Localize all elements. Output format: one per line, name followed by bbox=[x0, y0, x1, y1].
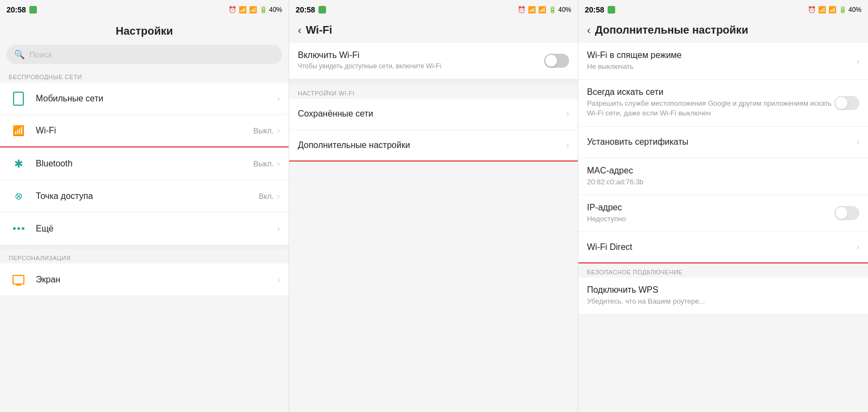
alarm-icon: ⏰ bbox=[228, 6, 237, 14]
wifi-page-title: Wi-Fi bbox=[306, 24, 333, 36]
wifi-status-icon-2: 📶 bbox=[528, 6, 536, 14]
wifi-toggle[interactable] bbox=[544, 54, 569, 68]
wps-title: Подключить WPS bbox=[587, 285, 859, 295]
panel-advanced: 20:58 ⏰ 📶 📶 🔋 40% ‹ Дополнительные настр… bbox=[578, 0, 868, 412]
chevron-bluetooth: › bbox=[277, 159, 280, 169]
alarm-icon-3: ⏰ bbox=[808, 6, 816, 14]
bluetooth-icon: ✱ bbox=[9, 157, 28, 170]
alarm-icon-2: ⏰ bbox=[518, 6, 526, 14]
panel-wifi: 20:58 ⏰ 📶 📶 🔋 40% ‹ Wi-Fi Включить Wi-Fi… bbox=[289, 0, 578, 412]
item-more[interactable]: Ещё › bbox=[0, 213, 289, 245]
item-hotspot[interactable]: ⊗ Точка доступа Вкл. › bbox=[0, 180, 289, 213]
toggle-knob-wifi bbox=[545, 55, 557, 67]
status-icons-2: ⏰ 📶 📶 🔋 40% bbox=[518, 6, 571, 14]
secure-section-header: БЕЗОПАСНОЕ ПОДКЛЮЧЕНИЕ bbox=[578, 263, 868, 278]
item-install-certs[interactable]: Установить сертификаты › bbox=[578, 127, 868, 158]
more-icon bbox=[9, 227, 28, 230]
wifi-sleep-title: Wi-Fi в спящем режиме bbox=[587, 50, 857, 60]
advanced-settings-label: Дополнительные настройки bbox=[298, 140, 566, 150]
item-advanced-settings[interactable]: Дополнительные настройки › bbox=[289, 130, 578, 162]
mobile-icon bbox=[9, 92, 28, 106]
bluetooth-status: Выкл. bbox=[253, 159, 274, 168]
more-label: Ещё bbox=[36, 224, 277, 234]
chevron-wifi-sleep: › bbox=[857, 56, 859, 66]
chevron-install-certs: › bbox=[857, 137, 859, 147]
chevron-more: › bbox=[277, 224, 280, 234]
signal-icon-3: 📶 bbox=[828, 6, 837, 14]
battery-icon-3: 🔋 40% bbox=[839, 6, 861, 14]
signal-icon-2: 📶 bbox=[538, 6, 546, 14]
section-wireless: БЕСПРОВОДНЫЕ СЕТИ bbox=[0, 68, 289, 82]
hotspot-status: Вкл. bbox=[259, 192, 274, 201]
advanced-back-header: ‹ Дополнительные настройки bbox=[578, 20, 868, 43]
status-bar-1: 20:58 ⏰ 📶 📶 🔋 40% bbox=[0, 0, 289, 20]
wifi-direct-title: Wi-Fi Direct bbox=[587, 242, 857, 252]
chevron-saved: › bbox=[566, 109, 569, 119]
toggle-knob-scan bbox=[835, 97, 847, 109]
ip-toggle[interactable] bbox=[834, 206, 859, 220]
always-scan-title: Всегда искать сети bbox=[587, 87, 834, 97]
chevron-hotspot: › bbox=[277, 191, 280, 201]
item-mobile-networks[interactable]: Мобильные сети › bbox=[0, 82, 289, 115]
always-scan-toggle[interactable] bbox=[834, 96, 859, 110]
item-wifi-direct[interactable]: Wi-Fi Direct › bbox=[578, 232, 868, 263]
wifi-section-divider bbox=[289, 79, 578, 85]
status-icons-1: ⏰ 📶 📶 🔋 40% bbox=[228, 6, 282, 14]
item-always-scan[interactable]: Всегда искать сети Разрешить службе мест… bbox=[578, 80, 868, 126]
hotspot-icon: ⊗ bbox=[9, 190, 28, 202]
wifi-enable-section: Включить Wi-Fi Чтобы увидеть доступные с… bbox=[289, 43, 578, 79]
item-saved-networks[interactable]: Сохранённые сети › bbox=[289, 99, 578, 130]
signal-icon: 📶 bbox=[249, 6, 257, 14]
notification-dot-1 bbox=[29, 6, 37, 14]
chevron-screen: › bbox=[277, 275, 280, 285]
wifi-status: Выкл. bbox=[253, 126, 274, 135]
wifi-icon: 📶 bbox=[9, 125, 28, 137]
status-bar-3: 20:58 ⏰ 📶 📶 🔋 40% bbox=[578, 0, 868, 20]
notification-dot-2 bbox=[318, 6, 326, 14]
wifi-label: Wi-Fi bbox=[36, 126, 253, 136]
item-ip-address: IP-адрес Недоступно bbox=[578, 195, 868, 232]
ip-address-title: IP-адрес bbox=[587, 203, 834, 213]
page-title-settings: Настройки bbox=[0, 20, 289, 45]
item-mac-address: MAC-адрес 20:82:c0:ad:76:3b bbox=[578, 158, 868, 195]
screen-label: Экран bbox=[36, 275, 277, 285]
bluetooth-label: Bluetooth bbox=[36, 159, 253, 169]
time-1: 20:58 bbox=[7, 5, 26, 14]
item-screen[interactable]: Экран › bbox=[0, 263, 289, 296]
mobile-networks-label: Мобильные сети bbox=[36, 94, 277, 104]
back-arrow-wifi[interactable]: ‹ bbox=[298, 24, 302, 36]
item-wps[interactable]: Подключить WPS Убедитесь, что на Вашем р… bbox=[578, 278, 868, 314]
time-3: 20:58 bbox=[585, 5, 604, 14]
install-certs-title: Установить сертификаты bbox=[587, 137, 857, 147]
wifi-enable-title: Включить Wi-Fi bbox=[298, 50, 441, 60]
status-icons-3: ⏰ 📶 📶 🔋 40% bbox=[808, 6, 861, 14]
wifi-back-header: ‹ Wi-Fi bbox=[289, 20, 578, 43]
section-personalization: ПЕРСОНАЛИЗАЦИЯ bbox=[0, 249, 289, 263]
wifi-status-icon: 📶 bbox=[239, 6, 247, 14]
chevron-advanced: › bbox=[566, 140, 569, 150]
always-scan-sub: Разрешить службе местоположения Google и… bbox=[587, 99, 834, 118]
wifi-settings-header: НАСТРОЙКИ WI-FI bbox=[289, 85, 578, 99]
battery-icon: 🔋 40% bbox=[259, 6, 282, 14]
wifi-sleep-sub: Не выключать bbox=[587, 62, 857, 72]
mac-address-value: 20:82:c0:ad:76:3b bbox=[587, 177, 859, 187]
ip-address-value: Недоступно bbox=[587, 214, 834, 224]
back-arrow-advanced[interactable]: ‹ bbox=[587, 24, 591, 36]
search-bar[interactable]: 🔍 Поиск bbox=[7, 45, 282, 64]
wifi-status-icon-3: 📶 bbox=[818, 6, 826, 14]
status-bar-2: 20:58 ⏰ 📶 📶 🔋 40% bbox=[289, 0, 578, 20]
mac-address-title: MAC-адрес bbox=[587, 166, 859, 176]
item-wifi-sleep[interactable]: Wi-Fi в спящем режиме Не выключать › bbox=[578, 43, 868, 80]
notification-dot-3 bbox=[608, 6, 615, 14]
panel-settings: 20:58 ⏰ 📶 📶 🔋 40% Настройки 🔍 Поиск БЕСП… bbox=[0, 0, 289, 412]
time-2: 20:58 bbox=[296, 5, 315, 14]
battery-icon-2: 🔋 40% bbox=[548, 6, 571, 14]
hotspot-label: Точка доступа bbox=[36, 191, 259, 201]
item-wifi[interactable]: 📶 Wi-Fi Выкл. › bbox=[0, 115, 289, 147]
toggle-knob-ip bbox=[835, 207, 847, 219]
item-bluetooth[interactable]: ✱ Bluetooth Выкл. › bbox=[0, 147, 289, 180]
search-icon: 🔍 bbox=[14, 49, 25, 60]
saved-networks-label: Сохранённые сети bbox=[298, 109, 566, 119]
section-divider-1 bbox=[0, 245, 289, 249]
search-placeholder: Поиск bbox=[29, 50, 52, 59]
